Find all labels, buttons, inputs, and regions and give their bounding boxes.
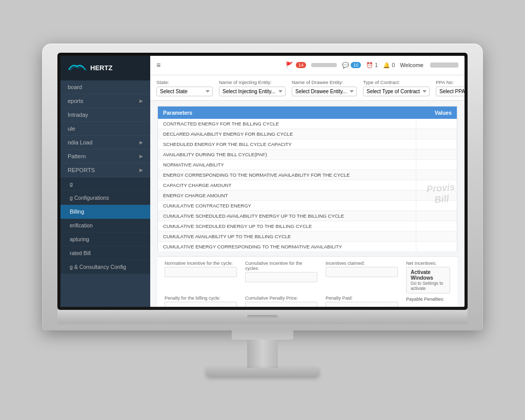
table-row: SCHEDULED ENERGY FOR THE BILL CYCLE CAPA…	[158, 139, 457, 149]
filter-bar: State: Select State Name of Injecting En…	[150, 75, 465, 101]
param-name: SCHEDULED ENERGY FOR THE BILL CYCLE CAPA…	[158, 139, 416, 149]
chat-group[interactable]: 💬 10	[342, 62, 361, 69]
contract-select[interactable]: Select Type of Contract	[363, 87, 430, 96]
penalty-input[interactable]	[165, 302, 237, 307]
injecting-select[interactable]: Select Injecting Entity...	[219, 87, 286, 96]
sidebar-subitem-verification[interactable]: erification	[60, 219, 150, 233]
param-name: CONTRACTED ENERGY FOR THE BILLING CYCLE	[158, 119, 416, 129]
monitor-stand-top	[232, 330, 293, 340]
param-value	[416, 170, 457, 180]
cumulative-label: Cumulative Incentive for the cycles:	[245, 261, 317, 271]
app-container: HERTZ board eports ▶ Intraday	[60, 56, 465, 307]
sidebar-sub-label-4: apturing	[70, 236, 89, 242]
param-value	[416, 190, 457, 200]
alert-group[interactable]: ⏰ 1	[366, 62, 378, 69]
user-name-blur	[430, 62, 458, 68]
alert-count: 1	[375, 62, 378, 68]
col-parameters: Parameters	[158, 106, 416, 119]
sidebar-subitem-billing[interactable]: Billing	[60, 205, 150, 219]
incentives-claimed-field: Incentives claimed:	[326, 261, 398, 277]
param-name: DECLARED AVAILABILITY ENERGY FOR BILLING…	[158, 129, 416, 139]
param-name: ENERGY CORRESPONDING TO THE NORMATIVE AV…	[158, 170, 416, 180]
bottom-section: Normative Incentive for the cycle: Cumul…	[157, 256, 457, 307]
ppa-select[interactable]: Select PPA Number	[436, 87, 465, 96]
flag-icon: 🚩	[286, 61, 293, 69]
bell-count: 0	[392, 62, 395, 68]
cumulative-input[interactable]	[245, 272, 317, 282]
welcome-text: Welcome	[400, 62, 423, 68]
sidebar-label-ule: ule	[68, 125, 75, 132]
net-incentives-field: Net Incentives: Activate Windows Go to S…	[406, 261, 450, 293]
sidebar-sub-label-1: g Configurations	[70, 195, 109, 201]
param-value	[416, 129, 457, 139]
clock-icon: ⏰	[366, 62, 373, 69]
cumulative-penalty-input[interactable]	[245, 302, 317, 307]
blur-bar	[311, 63, 337, 67]
state-select[interactable]: Select State	[156, 87, 213, 96]
sidebar-label-board: board	[68, 84, 82, 90]
param-value	[416, 231, 457, 241]
normative-input[interactable]	[165, 267, 237, 277]
contract-label: Type of Contract:	[363, 79, 430, 85]
sidebar-subitem-configurations[interactable]: g Configurations	[60, 191, 150, 205]
param-value	[416, 211, 457, 221]
param-value	[416, 139, 457, 149]
payable-penalties-field: Payable Penalties:	[406, 296, 450, 302]
blur-bar-group[interactable]	[311, 63, 337, 67]
drawee-select[interactable]: Select Drawee Entity...	[292, 87, 357, 96]
table-row: CONTRACTED ENERGY FOR THE BILLING CYCLE	[158, 119, 457, 129]
screen: HERTZ board eports ▶ Intraday	[60, 56, 465, 307]
table-row: AVAILABILITY DURING THE BILL CYCLE(PAF)	[158, 149, 457, 159]
sidebar-item-ule[interactable]: ule	[60, 122, 150, 136]
param-name: CAPACITY CHARGE AMOUNT	[158, 180, 416, 190]
top-navbar: ≡ 🚩 14 💬	[150, 56, 465, 75]
penalty-paid-input[interactable]	[326, 302, 398, 307]
sidebar-sub-label-6: g & Consultancy Config	[70, 264, 126, 270]
main-content: ≡ 🚩 14 💬	[150, 56, 465, 307]
sidebar-sub-label-5: rated Bill	[70, 250, 91, 256]
normative-label: Normative Incentive for the cycle:	[165, 261, 237, 266]
param-name: NORMATIVE AVAILABILITY	[158, 159, 416, 170]
cumulative-penalty-label: Cumulative Penalty Price:	[245, 296, 317, 301]
arrow-icon-4: ▶	[139, 167, 143, 173]
sidebar-item-pattern[interactable]: Pattern ▶	[60, 150, 150, 163]
cumulative-incentive-field: Cumulative Incentive for the cycles:	[245, 261, 317, 282]
sidebar-sub-label-2: Billing	[70, 208, 84, 215]
sidebar-label-intraday: Intraday	[68, 112, 88, 118]
hertz-logo-icon	[67, 61, 87, 75]
filter-injecting: Name of Injecting Entity: Select Injecti…	[219, 79, 286, 96]
hamburger-icon[interactable]: ≡	[156, 61, 160, 69]
sidebar-item-reports[interactable]: eports ▶	[60, 94, 150, 108]
sidebar-item-india-load[interactable]: ndia Load ▶	[60, 136, 150, 150]
sidebar-subitem-g[interactable]: g	[60, 177, 150, 191]
sidebar-sub: g g Configurations Billing erification	[60, 177, 150, 274]
monitor-wrapper: HERTZ board eports ▶ Intraday	[42, 44, 483, 377]
table-row: CUMULATIVE SCHEDULED ENERGY UP TO THE BI…	[158, 221, 457, 231]
filter-drawee: Name of Drawee Entity: Select Drawee Ent…	[292, 79, 357, 96]
state-label: State:	[156, 79, 213, 85]
sidebar-subitem-rated-bill[interactable]: rated Bill	[60, 246, 150, 260]
sidebar-label-reports: eports	[68, 98, 84, 104]
table-row: CUMULATIVE CONTRACTED ENERGY	[158, 200, 457, 211]
sidebar-item-intraday[interactable]: Intraday	[60, 108, 150, 122]
sidebar-subitem-consultancy[interactable]: g & Consultancy Config	[60, 260, 150, 274]
bell-group[interactable]: 🔔 0	[383, 62, 395, 69]
sidebar-subitem-capturing[interactable]: apturing	[60, 233, 150, 246]
chat-count: 10	[351, 62, 361, 68]
flag-group[interactable]: 🚩 14	[286, 61, 306, 69]
monitor-stand-neck	[247, 340, 278, 368]
param-name: CUMULATIVE SCHEDULED AVAILABILITY ENERGY…	[158, 211, 416, 221]
table-row: CUMULATIVE ENERGY CORRESPONDING TO THE N…	[158, 241, 457, 251]
sidebar-item-reports2[interactable]: REPORTS ▶	[60, 163, 150, 177]
incentives-claimed-input[interactable]	[326, 267, 398, 277]
sidebar-sub-label-3: erification	[70, 222, 93, 228]
sidebar-label-india-load: ndia Load	[68, 139, 92, 145]
param-name: CUMULATIVE ENERGY CORRESPONDING TO THE N…	[158, 241, 416, 251]
monitor-logo-chin	[247, 315, 278, 319]
drawee-label: Name of Drawee Entity:	[292, 79, 357, 85]
sidebar-item-board[interactable]: board	[60, 80, 150, 94]
logo-text: HERTZ	[90, 64, 112, 72]
flag-count: 14	[296, 62, 306, 68]
injecting-label: Name of Injecting Entity:	[219, 79, 286, 85]
sidebar-nav: board eports ▶ Intraday ule	[60, 80, 150, 307]
